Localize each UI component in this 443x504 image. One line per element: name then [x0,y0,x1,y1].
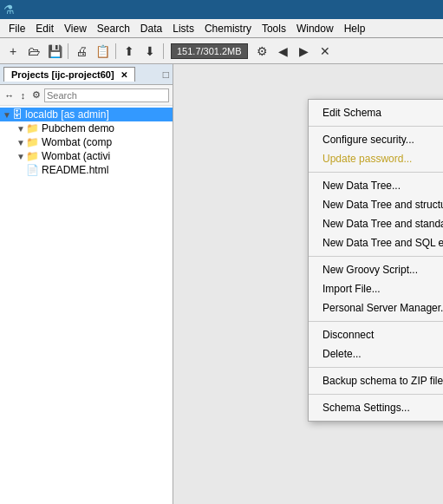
ctx-menu-item[interactable]: Personal Server Manager... [309,298,443,317]
context-menu: Edit SchemaConfigure security...Update p… [308,99,443,422]
memory-badge: 151.7/301.2MB [171,43,248,59]
ctx-separator [309,394,443,395]
menu-item-chemistry[interactable]: Chemistry [199,21,257,36]
ctx-menu-item[interactable]: Disconnect [309,325,443,344]
projects-panel: Projects [ijc-project60] ✕ □ ↔ ↕ ⚙ ▼🗄loc… [0,64,173,504]
toolbar-btn-5[interactable]: ⬆ [120,42,139,61]
ctx-separator [309,126,443,127]
projects-tab-label: Projects [ijc-project60] [11,69,114,80]
ctx-menu-item[interactable]: New Data Tree and structure entity (tabl… [309,195,443,214]
ctx-menu-item[interactable]: Backup schema to ZIP file... [309,371,443,390]
toolbar-btn-6[interactable]: ⬇ [140,42,160,61]
tree-expander[interactable]: ▼ [16,138,26,147]
menu-item-view[interactable]: View [59,21,92,36]
panel-toolbar: ↔ ↕ ⚙ [0,85,173,106]
tree-expander[interactable]: ▼ [2,110,12,120]
tree-node-icon: 🗄 [12,108,23,121]
collapse-all-btn[interactable]: ↔ [3,88,16,103]
ctx-menu-item[interactable]: Configure security... [309,130,443,149]
menu-item-data[interactable]: Data [135,21,167,36]
ctx-separator [309,321,443,322]
main-area: Projects [ijc-project60] ✕ □ ↔ ↕ ⚙ ▼🗄loc… [0,64,443,504]
tree-node-label: Pubchem demo [42,122,114,134]
tree-node-label: README.html [42,164,108,176]
toolbar-btn-4[interactable]: 📋 [93,42,112,61]
tree-item[interactable]: ▼📁Wombat (comp [0,135,173,149]
expand-all-btn[interactable]: ↕ [17,88,29,103]
tree-node-icon: 📄 [26,164,39,176]
toolbar-extra-btn-3[interactable]: ✕ [316,42,335,61]
settings-btn[interactable]: ⚙ [30,88,42,103]
menu-item-window[interactable]: Window [291,21,339,36]
menu-item-help[interactable]: Help [339,21,371,36]
app-icon: ⚗ [3,3,15,16]
toolbar-sep-2 [68,43,68,59]
menu-item-search[interactable]: Search [92,21,135,36]
search-input[interactable] [44,88,169,102]
ctx-menu-item[interactable]: Delete... [309,344,443,363]
toolbar-btn-0[interactable]: + [3,42,23,61]
tree-item[interactable]: 📄README.html [0,163,173,177]
toolbar-btn-1[interactable]: 🗁 [24,42,43,61]
toolbar-sep-6 [163,43,164,59]
project-tree: ▼🗄localdb [as admin]▼📁Pubchem demo▼📁Womb… [0,106,173,504]
tree-item[interactable]: ▼📁Wombat (activi [0,149,173,163]
tree-node-label: Wombat (activi [42,150,110,162]
ctx-separator [309,256,443,257]
menu-item-tools[interactable]: Tools [257,21,291,36]
projects-tab[interactable]: Projects [ijc-project60] ✕ [3,67,135,82]
tree-node-icon: 📁 [26,122,39,134]
panel-expand-btn[interactable]: □ [163,69,169,81]
tree-item[interactable]: ▼🗄localdb [as admin] [0,108,173,121]
ctx-menu-item[interactable]: New Data Tree and SQL entity (virtual vi… [309,233,443,252]
ctx-separator [309,367,443,368]
ctx-separator [309,172,443,173]
panel-tab-bar: Projects [ijc-project60] ✕ □ [0,64,173,85]
tree-item[interactable]: ▼📁Pubchem demo [0,121,173,135]
projects-tab-close[interactable]: ✕ [121,70,127,80]
toolbar-btn-3[interactable]: 🖨 [72,42,91,61]
ctx-menu-item: Update password... [309,149,443,168]
toolbar-btn-2[interactable]: 💾 [45,42,64,61]
ctx-menu-item[interactable]: Schema Settings... [309,398,443,417]
ctx-menu-item[interactable]: New Groovy Script... [309,260,443,279]
tree-node-icon: 📁 [26,150,39,162]
toolbar: +🗁💾🖨📋⬆⬇151.7/301.2MB⚙◀▶✕ [0,38,443,64]
menu-item-file[interactable]: File [3,21,30,36]
menu-bar: FileEditViewSearchDataListsChemistryTool… [0,19,443,38]
toolbar-extra-btn-1[interactable]: ◀ [274,42,293,61]
menu-item-edit[interactable]: Edit [30,21,59,36]
toolbar-extra-btn-0[interactable]: ⚙ [253,42,272,61]
ctx-menu-item[interactable]: New Data Tree... [309,176,443,195]
tree-node-label: Wombat (comp [42,136,112,148]
tree-node-label: localdb [as admin] [25,108,109,121]
ctx-menu-item[interactable]: New Data Tree and standard entity (table… [309,214,443,233]
ctx-menu-item[interactable]: Edit Schema [309,103,443,122]
tree-node-icon: 📁 [26,136,39,148]
toolbar-extra-btn-2[interactable]: ▶ [295,42,314,61]
menu-item-lists[interactable]: Lists [167,21,199,36]
toolbar-sep-4 [115,43,116,59]
ctx-menu-item[interactable]: Import File... [309,279,443,298]
title-bar: ⚗ [0,0,443,19]
tree-expander[interactable]: ▼ [16,124,26,134]
right-area: Edit SchemaConfigure security...Update p… [173,64,443,504]
tree-expander[interactable]: ▼ [16,152,26,161]
